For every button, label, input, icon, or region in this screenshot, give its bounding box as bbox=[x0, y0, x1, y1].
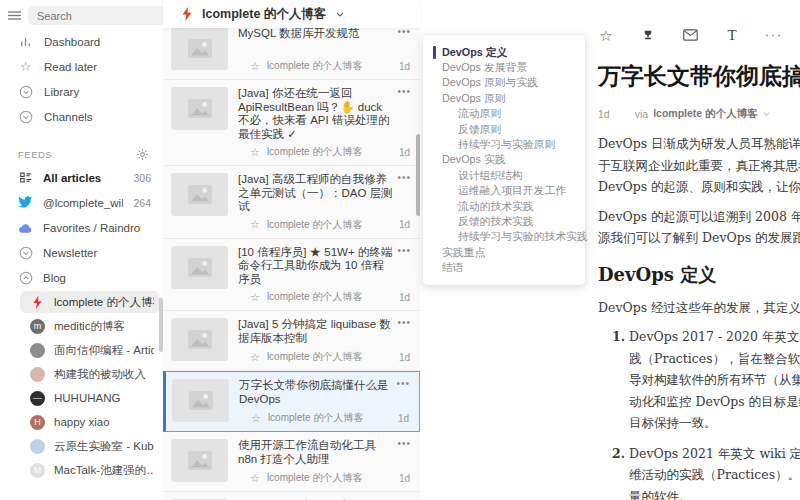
article-thumbnail bbox=[171, 318, 228, 361]
article-list-column: lcomplete 的个人博客 MySQL 数据库开发规范 ☆ lcomplet… bbox=[163, 0, 421, 500]
article-list-item[interactable]: [Java] 高级工程师的自我修养之单元测试（一）：DAO 层测试 ☆ lcom… bbox=[163, 166, 420, 239]
blog-feed-label: meditic的博客 bbox=[54, 319, 125, 334]
nav-item-label: Dashboard bbox=[44, 36, 100, 48]
more-options-icon[interactable]: ••• bbox=[397, 28, 411, 37]
source-chevron-down-icon[interactable] bbox=[763, 112, 770, 116]
body-text-line: 源我们可以了解到 DevOps 的发展跟敏捷软件 bbox=[598, 227, 800, 249]
article-list-item[interactable]: [Javascript] 使用 lit 编写 Web Components 简化… bbox=[163, 492, 420, 500]
toc-item[interactable]: 流动的技术实践 bbox=[423, 199, 585, 214]
toc-item[interactable]: 运维融入项目开发工作 bbox=[423, 184, 585, 199]
email-icon[interactable] bbox=[682, 27, 698, 43]
article-source: lcomplete 的个人博客 bbox=[268, 411, 364, 425]
body-text-line: DevOps 经过这些年的发展，其定义也在不断 bbox=[598, 297, 800, 319]
favorite-star-icon[interactable]: ☆ bbox=[250, 352, 260, 363]
nav-item-label: Channels bbox=[44, 111, 93, 123]
feed-avatar: — bbox=[30, 391, 45, 406]
body-text-line: DevOps 的起源可以追溯到 2008 年，在一次 bbox=[598, 206, 800, 228]
toc-item[interactable]: 反馈的技术实践 bbox=[423, 214, 585, 229]
sidebar-blog-feed-item[interactable]: 构建我的被动收入 bbox=[20, 363, 160, 385]
more-options-icon[interactable]: ··· bbox=[766, 27, 782, 43]
sidebar-blog-feed-item[interactable]: —HUHUHANG bbox=[20, 387, 160, 409]
more-options-icon[interactable]: ••• bbox=[397, 438, 411, 449]
unread-count-badge: 264 bbox=[133, 197, 151, 209]
twitter-icon bbox=[18, 195, 33, 210]
toc-item[interactable]: 持续学习与实验的技术实践 bbox=[423, 230, 585, 245]
sidebar-feed-item[interactable]: All articles306 bbox=[0, 165, 163, 190]
toc-item[interactable]: DevOps 实践 bbox=[423, 153, 585, 168]
body-text-line: 导对构建软件的所有环节（从集成、测试 bbox=[629, 369, 800, 391]
feed-avatar bbox=[30, 367, 45, 382]
sidebar-nav-item[interactable]: Library bbox=[0, 79, 163, 104]
favorite-star-icon[interactable]: ☆ bbox=[598, 27, 614, 43]
article-title: [10 倍程序员] ★ 51W+ 的终端命令行工具助你成为 10 倍程序员 bbox=[238, 246, 410, 287]
more-options-icon[interactable]: ••• bbox=[397, 172, 411, 183]
more-options-icon[interactable]: ••• bbox=[397, 86, 411, 97]
sidebar-feed-item[interactable]: Blog bbox=[0, 265, 163, 290]
favorite-star-icon[interactable]: ☆ bbox=[250, 219, 260, 230]
article-thumbnail bbox=[171, 246, 228, 289]
toc-item[interactable]: 实践重点 bbox=[423, 245, 585, 260]
article-list-item[interactable]: [Java] 你还在统一返回 ApiResultBean 吗？✋ duck 不必… bbox=[163, 80, 420, 166]
circle-down-icon bbox=[18, 109, 33, 124]
article-list-item[interactable]: MySQL 数据库开发规范 ☆ lcomplete 的个人博客 1d ••• bbox=[163, 28, 420, 80]
sidebar-blog-feed-item[interactable]: Hhappy xiao bbox=[20, 411, 160, 433]
body-text-line: 量的软件。 bbox=[629, 486, 800, 500]
blog-feed-label: MacTalk-池建强的… bbox=[54, 463, 154, 478]
gear-icon[interactable] bbox=[135, 147, 150, 162]
article-source: lcomplete 的个人博客 bbox=[267, 59, 363, 73]
sidebar-nav-item[interactable]: Dashboard bbox=[0, 29, 163, 54]
sidebar-blog-feed-item[interactable]: 云原生实验室 - Kube… bbox=[20, 435, 160, 457]
toc-item[interactable]: DevOps 原则 bbox=[423, 91, 585, 106]
text-settings-icon[interactable]: T bbox=[724, 27, 740, 43]
blog-feed-label: lcomplete 的个人博客 bbox=[54, 295, 154, 310]
article-list-item[interactable]: 使用开源工作流自动化工具 n8n 打造个人助理 ☆ lcomplete 的个人博… bbox=[163, 432, 420, 492]
article-list-item[interactable]: [10 倍程序员] ★ 51W+ 的终端命令行工具助你成为 10 倍程序员 ☆ … bbox=[163, 239, 420, 312]
more-options-icon[interactable]: ••• bbox=[396, 378, 410, 389]
toc-item[interactable]: 流动原则 bbox=[423, 107, 585, 122]
article-thumbnail bbox=[172, 379, 229, 422]
body-text-line: DevOps 2017 - 2020 年英文 wiki 定义 bbox=[629, 326, 800, 348]
more-options-icon[interactable]: ••• bbox=[397, 245, 411, 256]
chevron-down-icon[interactable] bbox=[336, 12, 344, 17]
favorite-star-icon[interactable]: ☆ bbox=[250, 147, 260, 158]
article-title: [Java] 你还在统一返回 ApiResultBean 吗？✋ duck 不必… bbox=[238, 87, 410, 141]
toc-item[interactable]: 反馈原则 bbox=[423, 122, 585, 137]
more-options-icon[interactable]: ••• bbox=[397, 317, 411, 328]
sidebar-blog-feed-item[interactable]: 面向信仰编程 - Artic… bbox=[20, 339, 160, 361]
toc-item[interactable]: DevOps 原则与实践 bbox=[423, 76, 585, 91]
toc-item[interactable]: DevOps 发展背景 bbox=[423, 60, 585, 75]
sidebar-blog-feed-item[interactable]: lcomplete 的个人博客 bbox=[20, 291, 160, 313]
body-text-line: 践（Practices），旨在整合软件开发和 bbox=[629, 348, 800, 370]
sidebar-feed-item[interactable]: Newsletter bbox=[0, 240, 163, 265]
broadcast-icon[interactable] bbox=[640, 27, 656, 43]
toc-item[interactable]: DevOps 定义 bbox=[423, 45, 585, 60]
article-title: [Java] 高级工程师的自我修养之单元测试（一）：DAO 层测试 bbox=[238, 173, 410, 214]
feed-avatar: M bbox=[30, 463, 45, 478]
article-title: MySQL 数据库开发规范 bbox=[238, 28, 410, 41]
article-list-item[interactable]: [Java] 5 分钟搞定 liquibase 数据库版本控制 ☆ lcompl… bbox=[163, 311, 420, 371]
circle-up-icon bbox=[18, 270, 33, 285]
toc-item[interactable]: 设计组织结构 bbox=[423, 168, 585, 183]
article-thumbnail bbox=[171, 87, 228, 130]
sidebar-blog-feed-item[interactable]: mmeditic的博客 bbox=[20, 315, 160, 337]
toc-item[interactable]: 结语 bbox=[423, 260, 585, 275]
feed-header[interactable]: lcomplete 的个人博客 bbox=[163, 0, 420, 28]
favorite-star-icon[interactable]: ☆ bbox=[250, 292, 260, 303]
article-source: lcomplete 的个人博客 bbox=[267, 290, 363, 304]
article-age: 1d bbox=[399, 61, 410, 72]
toc-item[interactable]: 持续学习与实验原则 bbox=[423, 137, 585, 152]
favorite-star-icon[interactable]: ☆ bbox=[250, 473, 260, 484]
sidebar-feed-item[interactable]: @lcomplete_wild (Twitt…264 bbox=[0, 190, 163, 215]
sidebar-blog-feed-item[interactable]: MMacTalk-池建强的… bbox=[20, 459, 160, 481]
sidebar-feed-item[interactable]: Favorites / Raindrop.io bbox=[0, 215, 163, 240]
favorite-star-icon[interactable]: ☆ bbox=[250, 61, 260, 72]
favorite-star-icon[interactable]: ☆ bbox=[251, 413, 261, 424]
article-source[interactable]: lcomplete 的个人博客 bbox=[653, 107, 757, 121]
bar-chart-icon bbox=[18, 34, 33, 49]
sidebar-nav-item[interactable]: ☆Read later bbox=[0, 54, 163, 79]
bolt-icon bbox=[30, 295, 45, 310]
hamburger-menu-icon[interactable] bbox=[7, 8, 22, 23]
sidebar-nav-item[interactable]: Channels bbox=[0, 104, 163, 129]
feed-title: lcomplete 的个人博客 bbox=[202, 6, 326, 23]
article-list-item[interactable]: 万字长文带你彻底搞懂什么是 DevOps ☆ lcomplete 的个人博客 1… bbox=[163, 371, 420, 432]
